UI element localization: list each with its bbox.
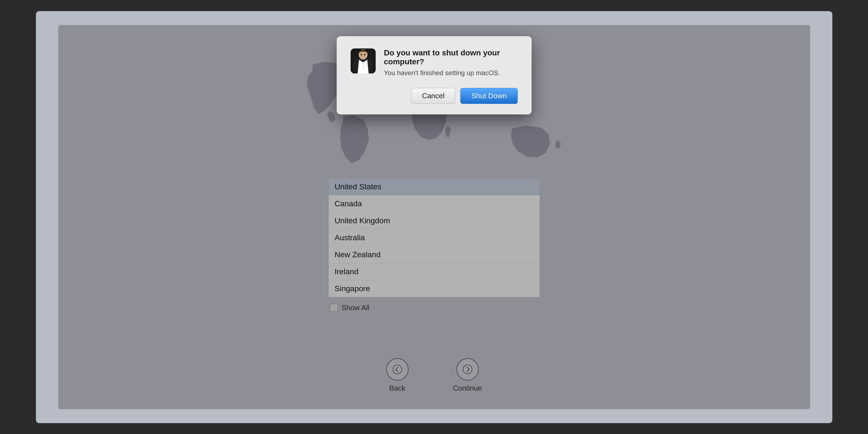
svg-point-8 <box>363 66 364 67</box>
monitor-frame: United States Canada United Kingdom Aust… <box>36 11 832 423</box>
dialog-overlay: Do you want to shut down your computer? … <box>58 25 810 409</box>
svg-point-9 <box>363 68 364 69</box>
dialog-buttons: Cancel Shut Down <box>350 88 518 104</box>
svg-point-7 <box>363 63 364 65</box>
dialog-content: Do you want to shut down your computer? … <box>350 49 518 77</box>
dialog-subtitle: You haven't finished setting up macOS. <box>384 69 518 77</box>
cancel-button[interactable]: Cancel <box>411 88 455 104</box>
svg-point-6 <box>364 54 365 55</box>
dialog-title: Do you want to shut down your computer? <box>384 49 518 66</box>
svg-point-5 <box>361 54 362 55</box>
setup-screen: United States Canada United Kingdom Aust… <box>58 25 810 409</box>
dialog-text-block: Do you want to shut down your computer? … <box>384 49 518 77</box>
tuxedo-icon <box>350 49 376 73</box>
shutdown-button[interactable]: Shut Down <box>460 88 518 104</box>
shutdown-dialog: Do you want to shut down your computer? … <box>337 36 532 115</box>
